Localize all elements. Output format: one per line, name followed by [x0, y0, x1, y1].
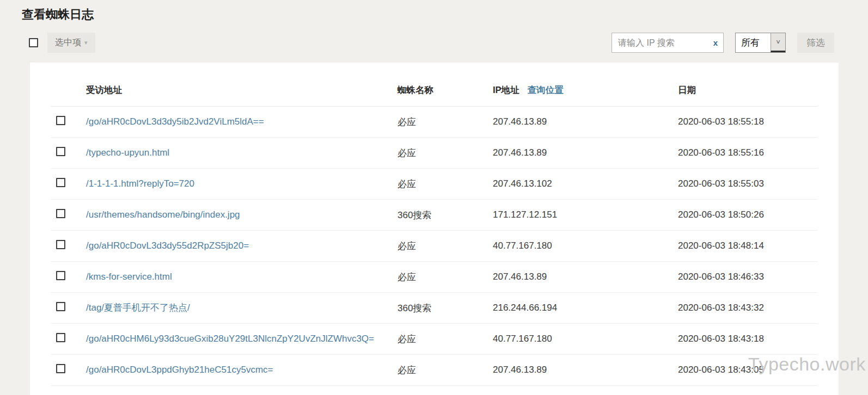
visited-url-link[interactable]: /go/aHR0cDovL3ppdGhyb21heC51cy5vcmc=: [86, 365, 273, 375]
row-checkbox[interactable]: [56, 209, 65, 218]
spider-name: 必应: [398, 262, 493, 293]
ip-address: 207.46.13.102: [493, 169, 678, 200]
visit-date: 2020-06-03 18:48:14: [678, 231, 818, 262]
table-row: /kms-for-service.html 必应 207.46.13.89 20…: [51, 262, 818, 293]
header-visited-url: 受访地址: [86, 63, 398, 107]
visited-url-link[interactable]: /typecho-upyun.html: [86, 147, 169, 158]
spider-name: 360搜索: [398, 200, 493, 231]
row-checkbox[interactable]: [56, 271, 65, 280]
table-row: /1-1-1-1.html?replyTo=720 必应 207.46.13.1…: [51, 169, 818, 200]
spider-log-card: 受访地址 蜘蛛名称 IP地址查询位置 日期 /go/aHR0cDovL3d3dy…: [30, 63, 839, 395]
spider-log-table: 受访地址 蜘蛛名称 IP地址查询位置 日期 /go/aHR0cDovL3d3dy…: [51, 63, 818, 386]
visited-url-link[interactable]: /usr/themes/handsome/bing/index.jpg: [86, 209, 240, 220]
filter-button[interactable]: 筛选: [797, 33, 834, 53]
visit-date: 2020-06-03 18:55:16: [678, 138, 818, 169]
table-row: /usr/themes/handsome/bing/index.jpg 360搜…: [51, 200, 818, 231]
table-row: /go/aHR0cDovL3d3dy55d2RpZS5jb20= 必应 40.7…: [51, 231, 818, 262]
ip-search: x: [612, 33, 724, 53]
ip-address: 40.77.167.180: [493, 231, 678, 262]
ip-address: 171.127.12.151: [493, 200, 678, 231]
spider-name: 必应: [398, 231, 493, 262]
visited-url-link[interactable]: /go/aHR0cDovL3d3dy5ib2Jvd2ViLm5ldA==: [86, 116, 264, 127]
row-checkbox[interactable]: [56, 178, 65, 187]
spider-name: 必应: [398, 169, 493, 200]
header-spider-name: 蜘蛛名称: [398, 63, 493, 107]
visited-url-link[interactable]: /go/aHR0cDovL3d3dy55d2RpZS5jb20=: [86, 240, 249, 251]
row-checkbox[interactable]: [56, 116, 65, 125]
ip-search-input[interactable]: [612, 33, 724, 53]
ip-address: 216.244.66.194: [493, 293, 678, 324]
visit-date: 2020-06-03 18:50:26: [678, 200, 818, 231]
spider-log-body: /go/aHR0cDovL3d3dy5ib2Jvd2ViLm5ldA== 必应 …: [51, 107, 818, 386]
select-all-checkbox[interactable]: [29, 38, 38, 47]
table-row: /go/aHR0cHM6Ly93d3cueGxib28uY29tL3NlcnZp…: [51, 324, 818, 355]
visit-date: 2020-06-03 18:55:03: [678, 169, 818, 200]
toolbar-left: 选中项▾: [29, 33, 95, 53]
table-row: /go/aHR0cDovL3ppdGhyb21heC51cy5vcmc= 必应 …: [51, 355, 818, 386]
ip-address: 40.77.167.180: [493, 324, 678, 355]
spider-name: 必应: [398, 355, 493, 386]
clear-search-icon[interactable]: x: [713, 39, 718, 47]
visited-url-link[interactable]: /1-1-1-1.html?replyTo=720: [86, 178, 194, 189]
visit-date: 2020-06-03 18:43:05: [678, 355, 818, 386]
selected-items-button[interactable]: 选中项▾: [47, 33, 95, 53]
row-checkbox[interactable]: [56, 333, 65, 342]
visited-url-link[interactable]: /go/aHR0cHM6Ly93d3cueGxib28uY29tL3NlcnZp…: [86, 334, 374, 344]
toolbar-right: x 所有 ˅ 筛选: [612, 33, 834, 53]
chevron-down-icon: ˅: [771, 33, 785, 52]
ip-address: 207.46.13.89: [493, 107, 678, 138]
selected-items-label: 选中项: [55, 38, 81, 47]
visit-date: 2020-06-03 18:43:32: [678, 293, 818, 324]
ip-lookup-link[interactable]: 查询位置: [528, 85, 564, 95]
row-checkbox[interactable]: [56, 364, 65, 373]
spider-name: 360搜索: [398, 293, 493, 324]
spider-filter-select[interactable]: 所有 ˅: [735, 33, 786, 53]
spider-name: 必应: [398, 324, 493, 355]
ip-address: 207.46.13.89: [493, 262, 678, 293]
table-row: /go/aHR0cDovL3d3dy5ib2Jvd2ViLm5ldA== 必应 …: [51, 107, 818, 138]
spider-name: 必应: [398, 107, 493, 138]
spider-filter-value: 所有: [736, 33, 771, 52]
caret-down-icon: ▾: [84, 39, 88, 46]
table-row: /tag/夏普手机开不了热点/ 360搜索 216.244.66.194 202…: [51, 293, 818, 324]
visited-url-link[interactable]: /kms-for-service.html: [86, 271, 172, 282]
visit-date: 2020-06-03 18:46:33: [678, 262, 818, 293]
header-ip-label: IP地址: [493, 85, 519, 95]
page-title: 查看蜘蛛日志: [22, 8, 868, 22]
header-checkbox-spacer: [51, 63, 86, 107]
table-row: /typecho-upyun.html 必应 207.46.13.89 2020…: [51, 138, 818, 169]
ip-address: 207.46.13.89: [493, 138, 678, 169]
table-header-row: 受访地址 蜘蛛名称 IP地址查询位置 日期: [51, 63, 818, 107]
spider-name: 必应: [398, 138, 493, 169]
row-checkbox[interactable]: [56, 147, 65, 156]
header-ip: IP地址查询位置: [493, 63, 678, 107]
row-checkbox[interactable]: [56, 302, 65, 311]
row-checkbox[interactable]: [56, 240, 65, 249]
toolbar: 选中项▾ x 所有 ˅ 筛选: [29, 33, 834, 53]
ip-address: 207.46.13.89: [493, 355, 678, 386]
header-date: 日期: [678, 63, 818, 107]
visit-date: 2020-06-03 18:55:18: [678, 107, 818, 138]
visited-url-link[interactable]: /tag/夏普手机开不了热点/: [86, 303, 190, 313]
visit-date: 2020-06-03 18:43:18: [678, 324, 818, 355]
